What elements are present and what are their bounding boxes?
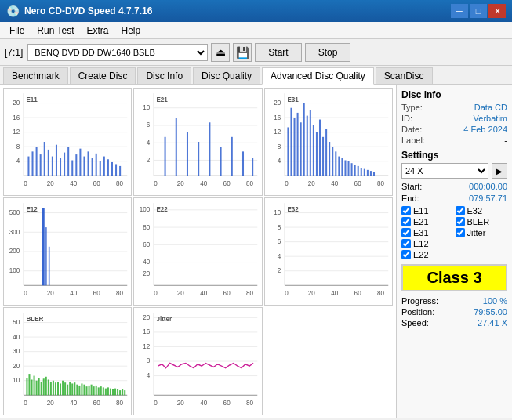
svg-text:E21: E21 (157, 96, 168, 104)
chart-e22: 100 80 60 40 20 0 20 40 60 80 E22 (133, 197, 262, 306)
checkbox-jitter[interactable] (456, 228, 465, 237)
svg-rect-37 (103, 157, 105, 176)
save-button[interactable]: 💾 (233, 43, 252, 62)
settings-title: Settings (401, 150, 507, 161)
start-time-row: Start: 000:00.00 (401, 182, 507, 191)
svg-rect-185 (26, 378, 27, 395)
svg-text:40: 40 (13, 332, 20, 341)
svg-rect-209 (83, 385, 85, 396)
disc-id-label: ID: (401, 114, 412, 123)
checkbox-e12[interactable] (401, 239, 411, 248)
svg-rect-91 (306, 116, 307, 176)
menu-help[interactable]: Help (115, 24, 147, 38)
toolbar: [7:1] BENQ DVD DD DW1640 BSLB ⏏ 💾 Start … (0, 39, 512, 66)
main-content: 20 16 12 8 4 0 20 40 60 80 E11 (0, 85, 512, 418)
svg-rect-90 (303, 103, 304, 176)
checkbox-e11[interactable] (401, 206, 411, 215)
maximize-button[interactable]: □ (470, 4, 487, 18)
checkbox-e31-item: E31 (401, 228, 454, 237)
svg-text:2: 2 (147, 155, 151, 164)
svg-text:4: 4 (147, 371, 151, 379)
svg-rect-194 (48, 379, 49, 395)
app-title: Nero CD-DVD Speed 4.7.7.16 (24, 5, 152, 16)
checkbox-e22[interactable] (401, 250, 411, 259)
checkbox-bler[interactable] (456, 217, 465, 226)
svg-rect-87 (293, 118, 295, 176)
drive-select[interactable]: BENQ DVD DD DW1640 BSLB (27, 44, 208, 61)
disc-date-row: Date: 4 Feb 2024 (401, 125, 507, 134)
tab-create-disc[interactable]: Create Disc (70, 67, 136, 84)
svg-rect-226 (124, 390, 125, 395)
minimize-button[interactable]: ─ (451, 4, 468, 18)
svg-rect-31 (79, 149, 81, 176)
speed-progress-value: 27.41 X (478, 318, 507, 328)
svg-rect-62 (209, 122, 211, 176)
svg-text:80: 80 (377, 179, 384, 187)
svg-text:0: 0 (285, 179, 289, 187)
tab-disc-info[interactable]: Disc Info (137, 67, 191, 84)
svg-rect-198 (57, 382, 59, 395)
svg-text:60: 60 (93, 179, 100, 187)
svg-text:4: 4 (147, 138, 151, 147)
svg-rect-130 (45, 227, 47, 285)
start-button[interactable]: Start (255, 43, 301, 62)
svg-rect-218 (105, 389, 107, 396)
progress-label: Progress: (401, 296, 438, 306)
speed-set-button[interactable]: ▶ (492, 163, 507, 179)
svg-rect-30 (75, 154, 77, 176)
svg-rect-24 (52, 157, 53, 176)
svg-text:BLER: BLER (26, 315, 43, 324)
svg-rect-204 (71, 383, 73, 395)
checkbox-e21[interactable] (401, 217, 411, 226)
tab-advanced-disc-quality[interactable]: Advanced Disc Quality (262, 67, 374, 85)
menu-extra[interactable]: Extra (80, 24, 114, 38)
menu-file[interactable]: File (3, 24, 31, 38)
checkbox-e32[interactable] (456, 206, 465, 215)
svg-rect-34 (92, 158, 93, 176)
disc-id-row: ID: Verbatim (401, 114, 507, 123)
svg-text:40: 40 (143, 257, 151, 266)
svg-text:0: 0 (154, 288, 158, 297)
svg-text:500: 500 (9, 208, 20, 216)
svg-text:80: 80 (246, 288, 253, 297)
svg-rect-22 (44, 142, 45, 176)
tab-scandisc[interactable]: ScanDisc (376, 67, 433, 84)
svg-text:12: 12 (274, 127, 281, 136)
svg-text:E11: E11 (26, 96, 37, 104)
checkbox-e31[interactable] (401, 228, 411, 237)
progress-section: Progress: 100 % Position: 79:55.00 Speed… (401, 296, 507, 328)
svg-rect-215 (98, 387, 100, 395)
close-button[interactable]: ✕ (488, 4, 506, 18)
svg-rect-110 (367, 170, 369, 176)
svg-text:10: 10 (143, 103, 151, 111)
svg-rect-214 (96, 386, 97, 395)
svg-text:60: 60 (143, 240, 151, 248)
stop-button[interactable]: Stop (305, 43, 351, 62)
svg-rect-96 (322, 137, 324, 176)
progress-row: Progress: 100 % (401, 296, 507, 306)
svg-text:20: 20 (177, 179, 184, 187)
svg-text:60: 60 (223, 179, 231, 187)
svg-text:16: 16 (143, 328, 151, 336)
svg-text:20: 20 (274, 98, 281, 107)
svg-rect-203 (69, 382, 71, 395)
svg-text:12: 12 (13, 127, 20, 136)
svg-rect-36 (100, 161, 101, 176)
checkbox-bler-item: BLER (456, 217, 508, 226)
svg-text:E31: E31 (287, 96, 298, 104)
eject-button[interactable]: ⏏ (211, 43, 230, 62)
svg-rect-224 (119, 390, 121, 395)
class-badge: Class 3 (401, 264, 507, 291)
svg-rect-199 (60, 383, 61, 395)
svg-text:0: 0 (24, 398, 27, 407)
svg-text:40: 40 (70, 288, 77, 297)
svg-rect-187 (31, 379, 32, 395)
tab-benchmark[interactable]: Benchmark (3, 67, 68, 84)
settings-section: Settings 24 X ▶ Start: 000:00.00 End: 07… (401, 150, 507, 203)
svg-text:60: 60 (223, 288, 231, 297)
menu-run-test[interactable]: Run Test (31, 24, 80, 38)
svg-rect-189 (36, 381, 38, 396)
speed-select[interactable]: 24 X (401, 163, 488, 179)
start-label: Start: (401, 182, 422, 191)
tab-disc-quality[interactable]: Disc Quality (193, 67, 260, 84)
